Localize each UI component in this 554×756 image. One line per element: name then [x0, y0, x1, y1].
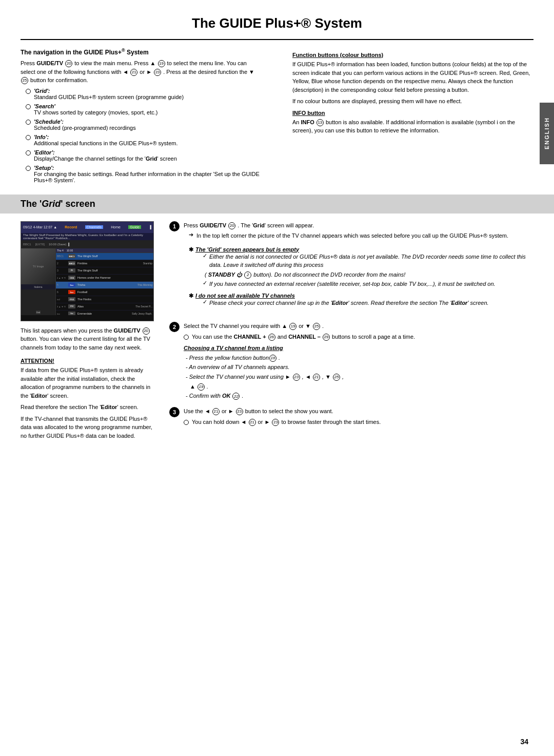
item-grid-label: 'Grid': [34, 88, 50, 94]
item-info: 'Info': Additional special functions in … [26, 134, 262, 146]
step-1: 1 Press GUIDE/TV 20 . The 'Grid' screen … [169, 221, 533, 316]
item-setup: 'Setup': For changing the basic settings… [26, 165, 262, 183]
tv-screenshot: 09/12 4-Mar 12:07 ▲ Record Channels Home… [21, 221, 154, 321]
info-button-heading: INFO button [292, 110, 533, 116]
function-buttons-text: If GUIDE Plus+® information has been loa… [292, 60, 533, 94]
bullet-setup [26, 166, 31, 171]
item-grid: 'Grid': Standard GUIDE Plus+® system scr… [26, 88, 262, 100]
step-1-number: 1 [169, 221, 180, 231]
grid-screen-title: The 'Grid' screen [21, 199, 95, 209]
tv-row-itv: 3 ITV The Wright Stuff [56, 267, 153, 275]
function-buttons-heading: Function buttons (colour buttons) [292, 52, 533, 58]
item-search-desc: TV shows sorted by category (movies, spo… [34, 109, 262, 115]
grid-right: 1 Press GUIDE/TV 20 . The 'Grid' screen … [169, 221, 533, 443]
item-search-label: 'Search' [34, 103, 55, 109]
bullet-grid [26, 89, 31, 94]
right-column: Function buttons (colour buttons) If GUI… [285, 48, 533, 184]
tv-row-five1: 5 five Trisha This Morning [56, 282, 153, 289]
info-button-text: An INFO 13 button is also available. If … [292, 118, 533, 135]
grid-desc: This list appears when you press the GUI… [21, 326, 159, 352]
step-3-text: Use the ◄ 21 or ► 23 button to select th… [184, 407, 533, 416]
step-3-number: 3 [169, 407, 180, 417]
grid-content: 09/12 4-Mar 12:07 ▲ Record Channels Home… [0, 214, 554, 451]
item-setup-label: 'Setup': [34, 165, 54, 171]
grid-left: 09/12 4-Mar 12:07 ▲ Record Channels Home… [21, 221, 159, 443]
item-editor: 'Editor': Display/Change the channel set… [26, 149, 262, 162]
warning-no-channels-title: I do not see all available TV channels [195, 293, 295, 299]
step-2: 2 Select the TV channel you require with… [169, 322, 533, 401]
tv-channel-rows: Thu 410:00 BBC1 BBC1 The Wright Stuff 2 … [56, 248, 153, 315]
attention-text1: If data from the GUIDE Plus+® system is … [21, 366, 159, 400]
item-grid-desc: Standard GUIDE Plus+® system screen (pro… [34, 94, 262, 100]
item-schedule-desc: Scheduled (pre-programmed) recordings [34, 125, 262, 131]
choosing-heading: Choosing a TV channel from a listing [184, 345, 533, 351]
step-2-number: 2 [169, 322, 180, 332]
warning-no-channels: ✱ I do not see all available TV channels… [189, 293, 533, 308]
bullet-editor [26, 150, 31, 156]
top-section: The navigation in the GUIDE Plus+® Syste… [0, 40, 554, 195]
step-2-text: Select the TV channel you require with ▲… [184, 322, 533, 331]
item-info-desc: Additional special functions in the GUID… [34, 140, 262, 146]
nav-heading: The navigation in the GUIDE Plus+® Syste… [21, 48, 262, 56]
attention-heading: ATTENTION! [21, 358, 159, 364]
tv-row-bbc2: 2 BBC2 Fimbles Starship [56, 260, 153, 267]
step-1-arrow-note: ➔ In the top left corner the picture of … [189, 231, 533, 240]
warning-grid-empty: ✱ The 'Grid' screen appears but is empty… [189, 246, 533, 289]
step-1-arrow-text: In the top left corner the picture of th… [196, 231, 508, 240]
warning-grid-empty-title: The 'Grid' screen appears but is empty [195, 246, 299, 253]
side-tab-english: ENGLISH [540, 103, 554, 164]
tv-row-itv2: itv2 ITV2 The Hoobs [56, 296, 153, 303]
function-buttons-text2: If no colour buttons are displayed, pres… [292, 97, 533, 106]
nav-intro: Press GUIDE/TV 20 to view the main menu.… [21, 59, 262, 85]
attention-text2: Read therefore the section The 'Editor' … [21, 403, 159, 412]
attention-text3: If the TV-channel that transmits the GUI… [21, 415, 159, 440]
tv-row-ch4: 4 ▲ ▼ TI CH4 Homes under the Hammer [56, 275, 153, 282]
step-3: 3 Use the ◄ 21 or ► 23 button to select … [169, 407, 533, 427]
page-container: ENGLISH The GUIDE Plus+® System The navi… [0, 0, 554, 756]
item-setup-desc: For changing the basic settings. Read fu… [34, 171, 262, 183]
tv-row-itv3: 3 ▲ ▼ TI ITV3 Alias The Secret P... [56, 303, 153, 311]
item-editor-label: 'Editor': [34, 149, 55, 156]
page-number: 34 [520, 738, 528, 746]
page-title: The GUIDE Plus+® System [0, 0, 554, 39]
tv-tabs-row: BBC1 [EXT8] 10:00 (Save) ▐ [21, 240, 153, 248]
item-search: 'Search' TV shows sorted by category (mo… [26, 103, 262, 115]
tv-preview-area: TV Image hialena Grid [21, 248, 56, 315]
step-2-channel-text: You can use the CHANNEL + 26 and CHANNEL… [192, 334, 415, 341]
bullet-search [26, 104, 31, 109]
tv-row-bbc1: BBC1 BBC1 The Wright Stuff [56, 253, 153, 260]
left-column: The navigation in the GUIDE Plus+® Syste… [21, 48, 269, 184]
item-info-label: 'Info': [34, 134, 49, 140]
item-schedule: 'Schedule': Scheduled (pre-programmed) r… [26, 119, 262, 131]
step-3-bullet [184, 420, 189, 425]
step-1-notes: ✱ The 'Grid' screen appears but is empty… [189, 244, 533, 312]
item-schedule-label: 'Schedule': [34, 119, 64, 125]
grid-screen-header: The 'Grid' screen [0, 195, 554, 214]
bullet-info [26, 135, 31, 140]
item-editor-desc: Display/Change the channel settings for … [34, 156, 262, 162]
step-1-text: Press GUIDE/TV 20 . The 'Grid' screen wi… [184, 221, 533, 230]
tv-top-bar: 09/12 4-Mar 12:07 ▲ Record Channels Home… [21, 222, 153, 233]
choosing-items: - Press the yellow function button16 . -… [186, 353, 533, 401]
step-2-bullet [184, 335, 189, 340]
tv-row-five2: 6 five Football [56, 289, 153, 296]
tv-row-five3: tivo five Emmerdale Sally Jessy Raph... [56, 311, 153, 315]
bullet-schedule [26, 120, 31, 125]
step-3-browse-text: You can hold down ◄ 21 or ► 23 to browse… [192, 419, 381, 426]
